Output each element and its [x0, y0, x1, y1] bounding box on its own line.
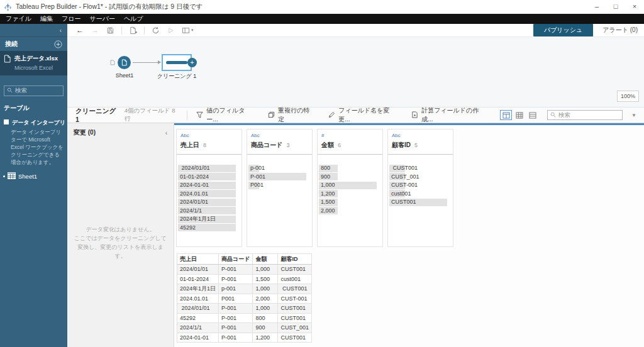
- chevron-down-icon[interactable]: ▼: [631, 113, 636, 118]
- minimize-icon[interactable]: –: [587, 0, 606, 14]
- grid-cell[interactable]: 2024年1月1日: [177, 284, 219, 294]
- grid-cell[interactable]: 01-01-2024: [177, 274, 219, 284]
- add-data-button[interactable]: [125, 26, 141, 35]
- sidebar-collapse-button[interactable]: ‹: [0, 24, 67, 36]
- action-filter[interactable]: 値のフィルター...: [196, 106, 251, 124]
- field-card[interactable]: Abc商品コード3p-001P-001P001: [247, 129, 313, 247]
- field-value-row[interactable]: 1,200: [319, 190, 379, 199]
- grid-cell[interactable]: 1,200: [253, 333, 278, 343]
- field-value-row[interactable]: 01-01-2024: [178, 173, 238, 182]
- grid-cell[interactable]: 2024/01/01: [177, 304, 219, 314]
- flow-canvas[interactable]: + Sheet1 クリーニング 1 100%: [67, 36, 644, 107]
- grid-cell[interactable]: 1,000: [253, 304, 278, 314]
- grid-view-button[interactable]: [513, 110, 525, 120]
- grid-cell[interactable]: 1,500: [253, 274, 278, 284]
- layout-button[interactable]: ▾: [178, 24, 197, 36]
- close-icon[interactable]: ×: [625, 0, 644, 14]
- field-value-row[interactable]: 2,000: [319, 207, 379, 216]
- field-card-header[interactable]: Abc売上日8: [177, 129, 242, 154]
- field-value-row[interactable]: CUST-001: [389, 181, 449, 190]
- grid-cell[interactable]: CUST001: [278, 304, 312, 314]
- grid-cell[interactable]: 900: [253, 323, 278, 333]
- grid-cell[interactable]: 1,000: [253, 265, 278, 275]
- grid-cell[interactable]: P-001: [219, 333, 253, 343]
- add-connection-button[interactable]: [54, 40, 62, 48]
- grid-cell[interactable]: P001: [219, 294, 253, 304]
- flow-node-sheet1[interactable]: [118, 56, 131, 69]
- grid-cell[interactable]: P-001: [219, 313, 253, 323]
- connection-item[interactable]: 売上データ.xlsx Microsoft Excel: [0, 51, 67, 75]
- grid-cell[interactable]: CUST_001: [278, 323, 312, 333]
- grid-cell[interactable]: p-001: [219, 284, 253, 294]
- grid-cell[interactable]: 2024/01/01: [177, 265, 219, 275]
- grid-cell[interactable]: 1,000: [253, 284, 278, 294]
- field-value-row[interactable]: CUST001: [389, 198, 449, 207]
- field-value-row[interactable]: 2024/1/1: [178, 207, 238, 216]
- sidebar-search-input[interactable]: 検索: [4, 85, 64, 96]
- grid-cell[interactable]: P-001: [219, 323, 253, 333]
- menu-item[interactable]: ヘルプ: [119, 14, 148, 24]
- maximize-icon[interactable]: □: [606, 0, 625, 14]
- profile-search-input[interactable]: 検索: [547, 110, 623, 120]
- field-value-row[interactable]: P-001: [248, 173, 308, 182]
- grid-cell[interactable]: CUST-001: [278, 294, 312, 304]
- grid-cell[interactable]: P-001: [219, 274, 253, 284]
- field-card-header[interactable]: Abc商品コード3: [247, 129, 312, 154]
- menu-item[interactable]: ファイル: [1, 14, 36, 24]
- action-rename-field[interactable]: フィールド名を変更...: [328, 106, 394, 124]
- grid-cell[interactable]: P-001: [219, 265, 253, 275]
- save-button[interactable]: [103, 26, 118, 35]
- data-interpreter-checkbox[interactable]: [4, 119, 9, 124]
- grid-cell[interactable]: cust001: [278, 274, 312, 284]
- field-value-row[interactable]: 800: [319, 164, 379, 173]
- add-step-button[interactable]: +: [187, 58, 197, 67]
- list-view-button[interactable]: [526, 110, 538, 120]
- action-calculated-field[interactable]: 計算フィールドの作成...: [411, 106, 483, 124]
- grid-cell[interactable]: CUST001: [278, 265, 312, 275]
- grid-column-header[interactable]: 金額: [253, 254, 278, 265]
- alerts-button[interactable]: アラート (0): [602, 26, 638, 35]
- field-card-header[interactable]: Abc顧客ID5: [388, 129, 453, 154]
- field-value-row[interactable]: 900: [319, 173, 379, 182]
- field-value-row[interactable]: 2024年1月1日: [178, 215, 238, 224]
- grid-cell[interactable]: CUST001: [278, 284, 312, 294]
- menu-item[interactable]: 編集: [36, 14, 57, 24]
- zoom-level-indicator[interactable]: 100%: [617, 91, 639, 102]
- grid-cell[interactable]: 45292: [177, 313, 219, 323]
- grid-cell[interactable]: 2024/1/1: [177, 323, 219, 333]
- field-value-row[interactable]: CUST001: [389, 164, 449, 173]
- publish-button[interactable]: パブリッシュ: [533, 24, 593, 36]
- field-value-row[interactable]: P001: [248, 181, 308, 190]
- action-duplicate-rows[interactable]: 重複行の特定: [268, 106, 311, 124]
- profile-view-button[interactable]: [500, 110, 512, 120]
- grid-cell[interactable]: 2,000: [253, 294, 278, 304]
- field-value-row[interactable]: 2024-01-01: [178, 181, 238, 190]
- grid-cell[interactable]: P-001: [219, 304, 253, 314]
- grid-cell[interactable]: CUST001: [278, 333, 312, 343]
- back-button[interactable]: ←: [72, 24, 87, 36]
- grid-column-header[interactable]: 商品コード: [219, 254, 253, 265]
- grid-column-header[interactable]: 顧客ID: [278, 254, 312, 265]
- field-value-row[interactable]: 2024.01.01: [178, 190, 238, 199]
- grid-cell[interactable]: 2024.01.01: [177, 294, 219, 304]
- sidebar-table-sheet1[interactable]: Sheet1: [0, 166, 67, 180]
- field-value-row[interactable]: 2024/01/01: [178, 198, 238, 207]
- field-value-row[interactable]: 2024/01/01: [178, 164, 238, 173]
- refresh-button[interactable]: [148, 26, 164, 35]
- field-value-row[interactable]: 1,500: [319, 198, 379, 207]
- field-value-row[interactable]: cust001: [389, 190, 449, 199]
- field-card[interactable]: #金額68009001,0001,2001,5002,000: [317, 129, 383, 247]
- field-card[interactable]: Abc顧客ID5 CUST001CUST_001CUST-001cust001C…: [387, 129, 453, 247]
- changes-collapse-button[interactable]: ‹: [165, 129, 167, 136]
- menu-item[interactable]: サーバー: [85, 14, 119, 24]
- forward-button[interactable]: →: [87, 24, 103, 36]
- grid-column-header[interactable]: 売上日: [177, 254, 219, 265]
- grid-cell[interactable]: 800: [253, 313, 278, 323]
- field-card-header[interactable]: #金額6: [318, 129, 382, 154]
- menu-item[interactable]: フロー: [57, 14, 85, 24]
- run-button[interactable]: [164, 27, 178, 34]
- field-value-row[interactable]: CUST_001: [389, 173, 449, 182]
- field-value-row[interactable]: 45292: [178, 224, 238, 233]
- field-value-row[interactable]: p-001: [248, 164, 308, 173]
- field-card[interactable]: Abc売上日8 2024/01/0101-01-20242024-01-0120…: [176, 129, 242, 247]
